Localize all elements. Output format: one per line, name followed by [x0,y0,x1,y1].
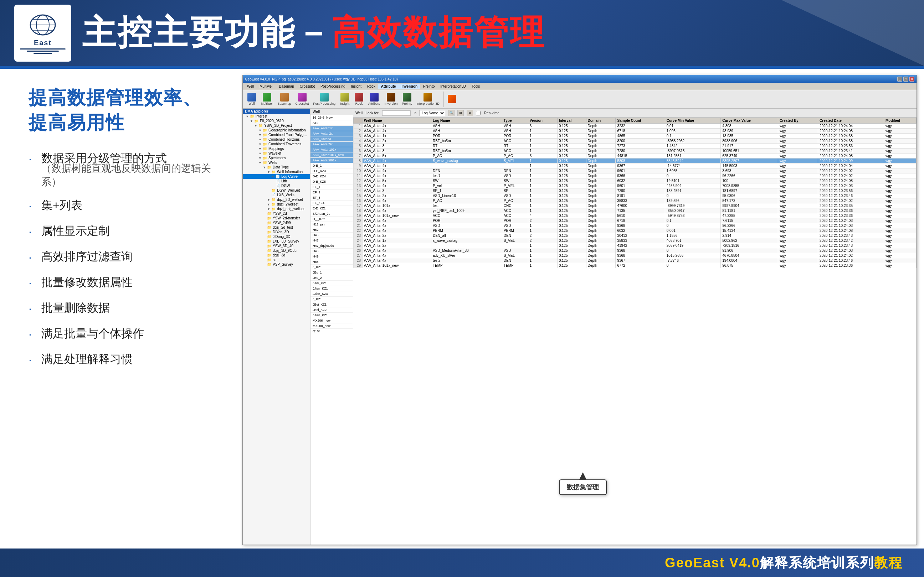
list-item[interactable]: H45 [310,232,353,238]
toolbar-rock-button[interactable]: Rock [352,92,366,106]
list-item[interactable]: J_KZ1 [310,264,353,270]
toolbar-preintp-button[interactable]: PreIntp [400,92,414,106]
tree-item[interactable]: 📄Lith [243,179,310,184]
toolbar-well-button[interactable]: Well [245,92,258,106]
table-row[interactable]: 8AAA_Antan4xS_wave_castagS_VEL10.125Dept… [354,158,916,163]
list-item[interactable]: JBei_KZ1 [310,302,353,307]
table-row[interactable]: 13AAA_Antan4xP_velP_VEL10.125Depth960144… [354,184,916,189]
menu-preintp[interactable]: PreIntp [420,84,438,89]
tree-item[interactable]: ▼📁dqzj_2D_wellset [243,197,310,202]
list-item[interactable]: 16_26-5_New [310,115,353,120]
tree-item[interactable]: ▼📁Wells [243,160,310,165]
list-item[interactable]: AAA_Antan1x [310,126,353,131]
table-row[interactable]: 15AAA_Antan2xVSD_Linear10VSD10.125Depth8… [354,193,916,198]
tree-item[interactable]: ▼📁Combined Fault Polygons [243,132,310,137]
list-item[interactable]: J_KZ1 [310,297,353,302]
tree-item[interactable]: ▼📁Specimens [243,156,310,160]
menu-crossplot[interactable]: Crossplot [297,84,318,89]
toolbar-inversion-button[interactable]: Inversion [383,92,400,106]
refresh-button[interactable]: ↻ [467,110,473,116]
list-item[interactable]: D-E_KZ4 [310,174,353,179]
tree-item[interactable]: ▼📁interest [243,114,310,119]
table-row[interactable]: 11AAA_Antan4xtest7VSD10.125Depth9366096.… [354,174,916,179]
tree-item[interactable]: ▼📄Log Curve [243,174,310,179]
table-row[interactable]: 5AAA_Antan3RTRT10.125Depth72731.434221.9… [354,143,916,148]
tree-item[interactable]: ▼📁Combined Horizons [243,137,310,142]
menu-inversion[interactable]: Inversion [399,84,420,89]
toolbar-basemap-button[interactable]: Basemap [276,92,293,106]
list-item[interactable]: D-E_KZ3 [310,168,353,174]
table-row[interactable]: 20AAA_Antan4xPORPOR20.125Depth67180.17.6… [354,218,916,223]
table-row[interactable]: 1AAA_Antan4xVSHVSH30.125Depth32320.014.3… [354,124,916,129]
tree-item[interactable]: 📄LXB_Wells [243,193,310,197]
list-item[interactable]: AAA_Antan101x_new [310,152,353,158]
tree-item[interactable]: ▼📁Well Information [243,169,310,174]
toolbar-interp3d-button[interactable]: Interpretation3D [415,92,441,106]
menu-interpretation3d[interactable]: Interpretation3D [438,84,469,89]
table-row[interactable]: 21AAA_Antan4xVSDVSD10.125Depth9368096.22… [354,223,916,228]
menu-rock[interactable]: Rock [364,84,378,89]
list-item[interactable]: MX208_new [310,323,353,329]
tree-item[interactable]: 📁YSW_2d99 [243,221,310,225]
tree-item[interactable]: ▼📁Data Type [243,165,310,169]
list-item[interactable]: A12 [310,120,353,126]
menu-well[interactable]: Well [244,84,257,89]
toolbar-attribute-button[interactable]: Attribute [367,92,382,106]
list-item[interactable]: AAA_Antan101x [310,147,353,152]
list-item[interactable]: JJian_KZ4 [310,291,353,297]
menu-postprocessing[interactable]: PostProcessing [318,84,348,89]
tree-item[interactable]: 📁dqzj_3D_9Odu [243,248,310,253]
list-item[interactable]: JJian_KZ1 [310,313,353,318]
table-row[interactable]: 4AAA_Antan2xRBF_ba5mACC10.125Depth8200-8… [354,139,916,143]
toolbar-fire-button[interactable] [445,93,459,105]
table-row[interactable]: 19AAA_Antan101x_newACCACC40.125Depth5610… [354,213,916,218]
list-item[interactable]: MX206_new [310,318,353,323]
menu-tools[interactable]: Tools [469,84,483,89]
tree-item[interactable]: ▼📁Geographic Information [243,128,310,132]
list-item[interactable]: H88 [310,259,353,264]
list-item[interactable]: AAA_Antan3 [310,136,353,142]
tree-item[interactable]: 📁DIYan_3D [243,230,310,234]
list-item[interactable]: EF_1 [310,184,353,190]
list-item[interactable]: H47_dqzj9Odu [310,243,353,248]
toolbar-multiwell-button[interactable]: Multiwell [259,92,275,106]
list-item[interactable]: D-E_1 [310,163,353,168]
list-item[interactable]: EF_3 [310,195,353,200]
log-name-select[interactable]: Log Name [419,110,445,116]
table-row[interactable]: 7AAA_Antan5xP_ACP_AC30.125Depth44815131.… [354,153,916,158]
tree-item[interactable]: ▼📁Pli_2020_0810 [243,119,310,123]
list-item[interactable]: H48 [310,248,353,254]
search-button[interactable]: 🔍 [448,110,454,116]
table-row[interactable]: 12AAA_Antan5xSWSW10.125Depth603219.51011… [354,179,916,184]
table-row[interactable]: 2AAA_Antan4xVSHVSH10.125Depth67181.00643… [354,129,916,134]
list-item[interactable]: JBu_2 [310,275,353,280]
list-item[interactable]: H47 [310,238,353,243]
tree-item[interactable]: 📁VSP_Survey [243,262,310,267]
table-row[interactable]: 29AAA_Antan101x_newTEMPTEMP10.125Depth67… [354,263,916,268]
tree-item[interactable]: ▼📁YSW_3D_Project [243,123,310,128]
table-row[interactable]: 27AAA_Antan4xadv_XU_SVeiS_VEL10.125Depth… [354,253,916,258]
tree-item[interactable]: ▼📁dqzj_2wellset [243,202,310,206]
toolbar-postprocessing-button[interactable]: PostProcessing [312,92,338,106]
table-row[interactable]: 3AAA_Antan1xPORPOR10.125Depth48650.113.9… [354,134,916,139]
tree-item[interactable]: ▼📁dqzj_orig_wellset [243,206,310,211]
close-button[interactable]: ✕ [909,77,914,82]
tree-item[interactable]: ▼📁Wavelet [243,151,310,156]
list-item[interactable]: JJian_KZ1 [310,286,353,291]
minimize-button[interactable]: _ [897,77,902,82]
tree-item[interactable]: 📁dqzj_3d [243,253,310,258]
table-row[interactable]: 22AAA_Antan4xPERMPERM10.125Depth60320.00… [354,228,916,233]
table-row[interactable]: 16AAA_Antan4xP_ACP_AC10.125Depth35833139… [354,198,916,203]
tree-item[interactable]: 📁YSW_3D_40 [243,243,310,248]
list-item[interactable]: D-E_KZ5 [310,179,353,184]
list-item[interactable]: AAA_Antan5x [310,142,353,147]
table-row[interactable]: 14AAA_Antan3SP_1SP10.125Depth7290138.459… [354,189,916,193]
list-item[interactable]: AAA_Antan2x [310,131,353,136]
tree-item[interactable]: ▼📁Mappings [243,147,310,151]
tree-item[interactable]: 📄DGW [243,184,310,188]
table-row[interactable]: 17AAA_Antan101xtestCNC10.125Depth47600-8… [354,203,916,208]
table-row[interactable]: 9AAA_Antan4x10.125Depth9367-14.5774145.5… [354,163,916,168]
list-item[interactable]: H11_pin [310,222,353,227]
tree-item[interactable]: ▼📁Combined Traverses [243,142,310,147]
table-row[interactable]: 23AAA_Antan2xDEN_allDEN20.125Depth304121… [354,233,916,238]
